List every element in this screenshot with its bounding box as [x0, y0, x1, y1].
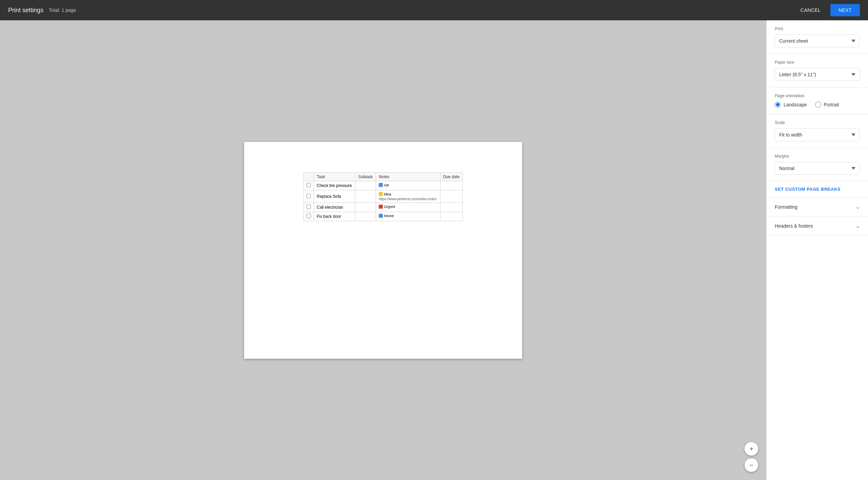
table-row: Fix back door Home [304, 212, 463, 221]
tag-icon-blue-2 [379, 214, 383, 218]
tag-icon-yellow [379, 192, 383, 196]
zoom-in-button[interactable]: + [745, 442, 758, 456]
scale-label: Scale [775, 120, 860, 125]
tag-icon-blue [379, 183, 383, 187]
subtask-cell-2 [355, 190, 376, 203]
row-checkbox-1[interactable] [307, 183, 311, 187]
subtask-cell-1 [355, 181, 376, 190]
page-orientation-label: Page orientation [775, 93, 860, 98]
notes-cell-4: Home [376, 212, 440, 221]
task-cell-1: Check tire pressure [314, 181, 355, 190]
duedate-cell-3 [440, 203, 462, 212]
duedate-cell-4 [440, 212, 462, 221]
header-left: Print settings Total: 1 page [8, 7, 76, 14]
margins-select[interactable]: Normal Narrow Wide Custom [775, 162, 860, 175]
page-orientation-section: Page orientation Landscape Portrait [767, 87, 868, 114]
duedate-cell-1 [440, 181, 462, 190]
duedate-cell-2 [440, 190, 462, 203]
orientation-row: Landscape Portrait [775, 102, 860, 108]
headers-footers-header[interactable]: Headers & footers ⌄ [767, 216, 868, 235]
subtask-cell-3 [355, 203, 376, 212]
table-header-subtask: Subtask [355, 172, 376, 181]
table-row: Replace Sofa Idea https://www.pinterest.… [304, 190, 463, 203]
landscape-radio[interactable] [775, 102, 781, 108]
print-label: Print [775, 26, 860, 31]
margins-section: Margins Normal Narrow Wide Custom [767, 148, 868, 181]
header-actions: CANCEL NEXT [795, 4, 860, 16]
portrait-label: Portrait [824, 102, 839, 107]
formatting-header[interactable]: Formatting ⌄ [767, 197, 868, 216]
task-cell-2: Replace Sofa [314, 190, 355, 203]
table-header-duedate: Due date [440, 172, 462, 181]
right-panel: Print Current sheet All sheets Selected … [766, 20, 868, 480]
row-checkbox-3[interactable] [307, 205, 311, 209]
task-cell-3: Call electrician [314, 203, 355, 212]
formatting-label: Formatting [775, 204, 797, 210]
landscape-label: Landscape [784, 102, 807, 107]
paper-size-label: Paper size [775, 60, 860, 65]
paper-size-section: Paper size Letter (8.5" x 11") A4 (8.27"… [767, 54, 868, 87]
landscape-option[interactable]: Landscape [775, 102, 807, 108]
headers-footers-label: Headers & footers [775, 223, 813, 229]
table-header-checkbox [304, 172, 314, 181]
row-checkbox-4[interactable] [307, 214, 311, 218]
formatting-section: Formatting ⌄ [767, 197, 868, 216]
next-button[interactable]: NEXT [830, 4, 860, 16]
zoom-out-button[interactable]: − [745, 458, 758, 472]
table-row: Check tire pressure car [304, 181, 463, 190]
portrait-radio[interactable] [815, 102, 821, 108]
tag-icon-red [379, 205, 383, 209]
row-checkbox-2[interactable] [307, 194, 311, 198]
table-row: Call electrician Urgent [304, 203, 463, 212]
table-header-task: Task [314, 172, 355, 181]
page-title: Print settings [8, 7, 43, 14]
portrait-option[interactable]: Portrait [815, 102, 839, 108]
notes-cell-2: Idea https://www.pinterest.com/sofas-cha… [376, 190, 440, 203]
headers-footers-section: Headers & footers ⌄ [767, 216, 868, 235]
notes-cell-1: car [376, 181, 440, 190]
notes-cell-3: Urgent [376, 203, 440, 212]
scale-section: Scale Fit to width Fit to height Fit to … [767, 114, 868, 148]
headers-footers-chevron-icon: ⌄ [855, 223, 860, 229]
page-count: Total: 1 page [49, 7, 76, 13]
formatting-chevron-icon: ⌄ [855, 204, 860, 210]
paper-size-select[interactable]: Letter (8.5" x 11") A4 (8.27" x 11.69") … [775, 68, 860, 81]
print-select[interactable]: Current sheet All sheets Selected cells [775, 35, 860, 47]
print-settings-header: Print settings Total: 1 page CANCEL NEXT [0, 0, 868, 20]
main-layout: Task Subtask Notes Due date Check tire p… [0, 20, 868, 480]
scale-select[interactable]: Fit to width Fit to height Fit to page N… [775, 128, 860, 141]
margins-label: Margins [775, 154, 860, 159]
paper-preview: Task Subtask Notes Due date Check tire p… [244, 142, 522, 359]
preview-area: Task Subtask Notes Due date Check tire p… [0, 20, 766, 480]
table-header-notes: Notes [376, 172, 440, 181]
print-section: Print Current sheet All sheets Selected … [767, 20, 868, 54]
cancel-button[interactable]: CANCEL [795, 5, 826, 16]
custom-page-breaks-link[interactable]: SET CUSTOM PAGE BREAKS [767, 181, 868, 197]
zoom-controls: + − [745, 442, 758, 472]
note-link: https://www.pinterest.com/sofas-chairs [379, 197, 437, 201]
task-cell-4: Fix back door [314, 212, 355, 221]
subtask-cell-4 [355, 212, 376, 221]
spreadsheet-table: Task Subtask Notes Due date Check tire p… [303, 172, 463, 221]
